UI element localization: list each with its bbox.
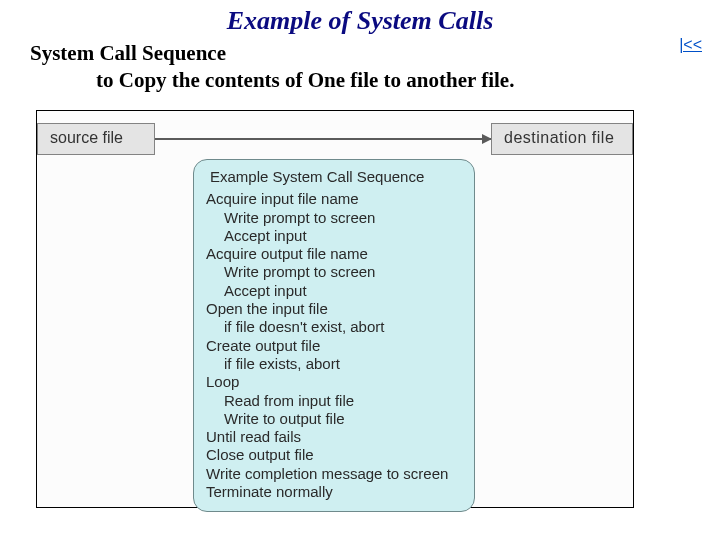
sequence-step: Accept input [206,227,462,245]
arrow-icon [155,138,491,140]
sequence-step: Loop [206,373,462,391]
destination-file-label: destination file [504,129,614,147]
sequence-step: Close output file [206,446,462,464]
slide: Example of System Calls System Call Sequ… [0,6,720,540]
back-link[interactable]: |<< [679,36,702,54]
subtitle: System Call Sequence to Copy the content… [0,40,720,95]
sequence-step: Until read fails [206,428,462,446]
sequence-list: Acquire input file nameWrite prompt to s… [206,190,462,501]
sequence-step: if file exists, abort [206,355,462,373]
page-title: Example of System Calls [0,6,720,36]
destination-file-box: destination file [491,123,633,155]
sequence-step: Write prompt to screen [206,209,462,227]
source-file-label: source file [50,129,123,147]
sequence-step: Terminate normally [206,483,462,501]
source-file-box: source file [37,123,155,155]
sequence-step: Acquire output file name [206,245,462,263]
sequence-step: if file doesn't exist, abort [206,318,462,336]
sequence-step: Write completion message to screen [206,465,462,483]
sequence-step: Acquire input file name [206,190,462,208]
subtitle-line-2: to Copy the contents of One file to anot… [0,67,720,94]
sequence-step: Write to output file [206,410,462,428]
sequence-box: Example System Call Sequence Acquire inp… [193,159,475,512]
diagram-frame: source file destination file Example Sys… [36,110,634,508]
sequence-step: Read from input file [206,392,462,410]
subtitle-line-1: System Call Sequence [0,40,720,67]
sequence-step: Accept input [206,282,462,300]
sequence-title: Example System Call Sequence [206,168,462,186]
sequence-step: Open the input file [206,300,462,318]
sequence-step: Write prompt to screen [206,263,462,281]
sequence-step: Create output file [206,337,462,355]
